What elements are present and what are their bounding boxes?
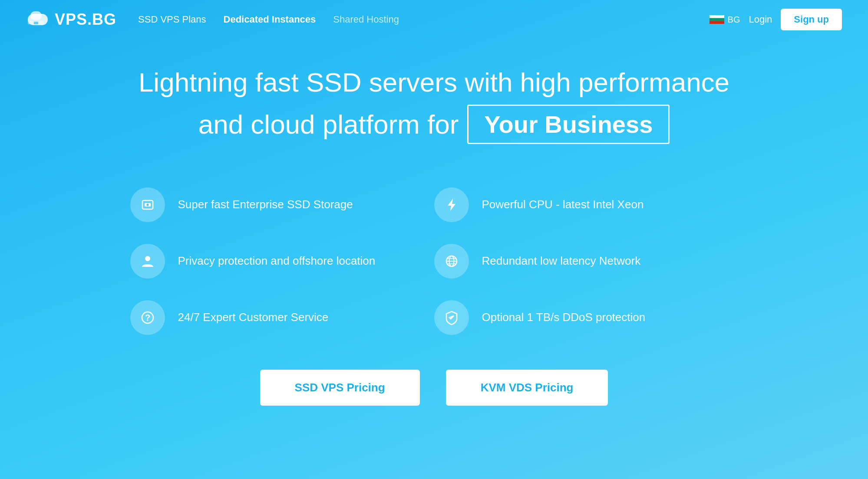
language-selector[interactable]: BG xyxy=(710,15,740,25)
svg-rect-6 xyxy=(710,18,724,21)
feature-support: ? 24/7 Expert Customer Service xyxy=(130,300,434,335)
hero-line1: Lightning fast SSD servers with high per… xyxy=(17,65,851,100)
bolt-icon xyxy=(443,197,460,213)
feature-network-text: Redundant low latency Network xyxy=(482,254,641,268)
support-icon-wrap: ? xyxy=(130,300,165,335)
bg-flag-icon xyxy=(710,15,724,24)
svg-text:?: ? xyxy=(145,313,150,322)
person-icon xyxy=(139,253,156,269)
nav-dedicated-instances[interactable]: Dedicated Instances xyxy=(224,14,316,25)
ssd-vps-pricing-button[interactable]: SSD VPS Pricing xyxy=(260,370,420,406)
cta-section: SSD VPS Pricing KVM VDS Pricing xyxy=(0,361,868,440)
nav-links: SSD VPS Plans Dedicated Instances Shared… xyxy=(138,14,710,25)
hero-section: Lightning fast SSD servers with high per… xyxy=(0,39,868,166)
svg-rect-2 xyxy=(28,21,33,24)
hero-line2: and cloud platform for Your Business xyxy=(17,105,851,144)
signup-button[interactable]: Sign up xyxy=(781,9,842,30)
shield-icon xyxy=(443,309,460,326)
svg-rect-4 xyxy=(39,21,44,24)
feature-ddos: Optional 1 TB/s DDoS protection xyxy=(434,300,738,335)
nav-ssd-vps-plans[interactable]: SSD VPS Plans xyxy=(138,14,206,25)
feature-privacy: Privacy protection and offshore location xyxy=(130,244,434,279)
enterprise-ssd-icon-wrap xyxy=(130,187,165,222)
svg-rect-3 xyxy=(34,22,38,24)
login-link[interactable]: Login xyxy=(749,14,772,25)
feature-network: Redundant low latency Network xyxy=(434,244,738,279)
feature-enterprise-ssd: Super fast Enterprise SSD Storage xyxy=(130,187,434,222)
hero-line2-prefix: and cloud platform for xyxy=(198,109,459,140)
logo-text: VPS.BG xyxy=(55,10,116,29)
svg-marker-20 xyxy=(449,316,454,319)
globe-icon xyxy=(443,253,460,269)
svg-point-10 xyxy=(146,203,149,206)
feature-privacy-text: Privacy protection and offshore location xyxy=(178,254,376,268)
svg-rect-1 xyxy=(30,11,42,20)
feature-enterprise-ssd-text: Super fast Enterprise SSD Storage xyxy=(178,198,353,211)
svg-rect-7 xyxy=(710,21,724,24)
feature-support-text: 24/7 Expert Customer Service xyxy=(178,311,329,324)
navbar: VPS.BG SSD VPS Plans Dedicated Instances… xyxy=(0,0,868,39)
storage-icon xyxy=(139,197,156,213)
feature-ddos-text: Optional 1 TB/s DDoS protection xyxy=(482,311,646,324)
feature-powerful-cpu-text: Powerful CPU - latest Intel Xeon xyxy=(482,198,644,211)
logo-icon xyxy=(26,8,50,31)
kvm-vds-pricing-button[interactable]: KVM VDS Pricing xyxy=(446,370,608,406)
question-icon: ? xyxy=(139,309,156,326)
svg-marker-11 xyxy=(448,199,455,211)
privacy-icon-wrap xyxy=(130,244,165,279)
powerful-cpu-icon-wrap xyxy=(434,187,469,222)
hero-highlight-box: Your Business xyxy=(467,105,670,144)
ddos-icon-wrap xyxy=(434,300,469,335)
logo[interactable]: VPS.BG xyxy=(26,8,116,31)
nav-shared-hosting[interactable]: Shared Hosting xyxy=(333,14,399,25)
feature-powerful-cpu: Powerful CPU - latest Intel Xeon xyxy=(434,187,738,222)
svg-rect-5 xyxy=(710,15,724,18)
lang-label[interactable]: BG xyxy=(728,15,740,25)
svg-point-12 xyxy=(145,256,150,261)
network-icon-wrap xyxy=(434,244,469,279)
features-grid: Super fast Enterprise SSD Storage Powerf… xyxy=(87,187,782,335)
nav-right: BG Login Sign up xyxy=(710,9,842,30)
